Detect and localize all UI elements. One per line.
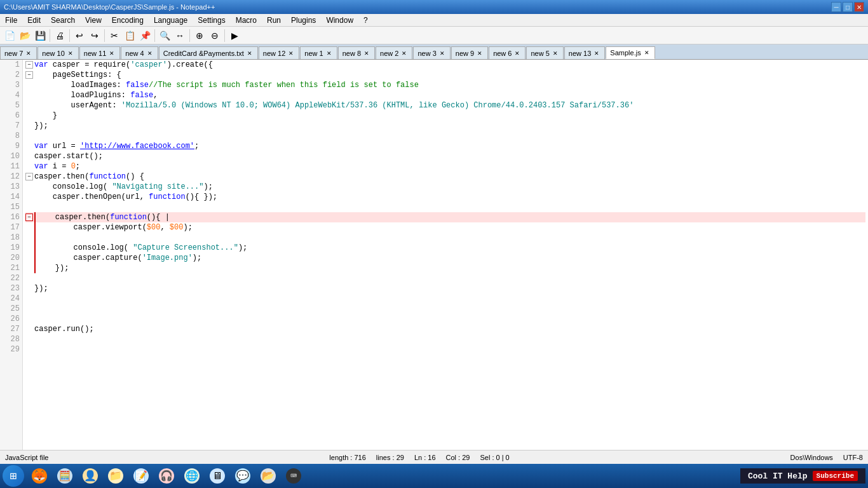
tab-close-icon[interactable]: ✕	[146, 50, 154, 57]
code-line-24	[25, 294, 865, 304]
line-number-12: 12	[3, 172, 20, 182]
remote-taskbar-icon[interactable]: 🖥	[206, 466, 229, 486]
length-label: length : 716	[329, 454, 366, 461]
tab-new-11[interactable]: new 11✕	[79, 46, 120, 59]
code-token: ,	[153, 90, 158, 100]
code-line-25	[25, 304, 865, 314]
menu-item-encoding[interactable]: Encoding	[107, 14, 149, 26]
calculator-taskbar-icon[interactable]: 🧮	[53, 466, 76, 486]
tab-creditcard--payments-txt[interactable]: CreditCard &Payments.txt✕	[159, 46, 258, 59]
menu-item-plugins[interactable]: Plugins	[286, 14, 321, 26]
tab-label: new 9	[456, 50, 474, 57]
tabbar: new 7✕new 10✕new 11✕new 4✕CreditCard &Pa…	[0, 44, 868, 60]
menu-item-?[interactable]: ?	[358, 14, 373, 26]
cut-button[interactable]: ✂	[107, 29, 121, 43]
line-number-6: 6	[3, 111, 20, 121]
restore-button[interactable]: □	[843, 2, 853, 12]
fold-marker-2[interactable]: −	[25, 71, 33, 79]
tab-close-icon[interactable]: ✕	[246, 50, 254, 57]
menu-item-window[interactable]: Window	[321, 14, 358, 26]
titlebar-controls[interactable]: ─ □ ✕	[831, 2, 864, 12]
tab-close-icon[interactable]: ✕	[363, 50, 370, 57]
tab-close-icon[interactable]: ✕	[593, 50, 600, 57]
tab-close-icon[interactable]: ✕	[643, 49, 651, 57]
code-line-5: userAgent: 'Mozilla/5.0 (Windows NT 10.0…	[25, 100, 865, 111]
code-line-29	[25, 344, 865, 355]
tab-new-2[interactable]: new 2✕	[376, 46, 412, 59]
minimize-button[interactable]: ─	[831, 2, 841, 12]
notepad-taskbar-icon[interactable]: 📝	[130, 466, 153, 486]
headphones-taskbar-icon[interactable]: 🎧	[155, 466, 178, 486]
code-line-11: var i = 0;	[25, 161, 865, 172]
menu-item-search[interactable]: Search	[46, 14, 80, 26]
line-number-18: 18	[3, 233, 20, 243]
contacts-taskbar-icon[interactable]: 👤	[79, 466, 102, 486]
tab-sample-js[interactable]: Sample.js✕	[606, 46, 654, 59]
fold-marker-1[interactable]: −	[25, 61, 33, 69]
explorer-taskbar-icon[interactable]: 📁	[104, 466, 127, 486]
copy-button[interactable]: 📋	[123, 29, 137, 43]
line-ending-label: Dos\Windows	[790, 454, 833, 461]
redo-button[interactable]: ↪	[88, 29, 102, 43]
tab-new-13[interactable]: new 13✕	[564, 46, 605, 59]
print-button[interactable]: 🖨	[53, 29, 67, 43]
fold-line-indicator-16	[34, 212, 36, 222]
menu-item-language[interactable]: Language	[149, 14, 193, 26]
start-button[interactable]: ⊞	[3, 465, 24, 487]
tab-new-8[interactable]: new 8✕	[338, 46, 375, 59]
code-area[interactable]: −var casper = require('casper').create({…	[23, 60, 868, 450]
menu-item-macro[interactable]: Macro	[231, 14, 262, 26]
tab-new-6[interactable]: new 6✕	[489, 46, 526, 59]
tab-close-icon[interactable]: ✕	[438, 50, 446, 57]
code-token: pageSettings: {	[34, 70, 121, 80]
skype-taskbar-icon[interactable]: 💬	[231, 466, 254, 486]
code-line-16: − casper.then(function(){ |	[25, 212, 865, 222]
subscribe-button[interactable]: Subscribe	[813, 471, 858, 481]
new-button[interactable]: 📄	[3, 29, 17, 43]
tab-close-icon[interactable]: ✕	[325, 50, 333, 57]
firefox-taskbar-icon[interactable]: 🦊	[28, 466, 51, 486]
fold-marker-12[interactable]: −	[25, 173, 33, 180]
save-button[interactable]: 💾	[33, 29, 47, 43]
code-line-22	[25, 273, 865, 283]
tab-close-icon[interactable]: ✕	[108, 50, 116, 57]
menu-item-edit[interactable]: Edit	[22, 14, 46, 26]
tab-label: new 12	[263, 50, 285, 57]
menu-item-run[interactable]: Run	[262, 14, 286, 26]
chrome-taskbar-icon[interactable]: 🌐	[180, 466, 203, 486]
menu-item-settings[interactable]: Settings	[193, 14, 230, 26]
code-line-26	[25, 314, 865, 324]
menu-item-file[interactable]: File	[0, 14, 22, 26]
tab-new-3[interactable]: new 3✕	[413, 46, 450, 59]
zoom-in-button[interactable]: ⊕	[193, 29, 207, 43]
terminal-taskbar-icon[interactable]: ⌨	[282, 466, 305, 486]
tab-new-1[interactable]: new 1✕	[300, 46, 337, 59]
open-button[interactable]: 📂	[18, 29, 32, 43]
tab-new-9[interactable]: new 9✕	[451, 46, 488, 59]
tab-close-icon[interactable]: ✕	[25, 50, 32, 57]
find-button[interactable]: 🔍	[158, 29, 172, 43]
tab-close-icon[interactable]: ✕	[67, 50, 74, 57]
tab-new-12[interactable]: new 12✕	[259, 46, 299, 59]
tab-new-7[interactable]: new 7✕	[0, 46, 37, 59]
line-number-16: 16	[3, 212, 20, 222]
fold-marker-16[interactable]: −	[25, 214, 33, 221]
tab-close-icon[interactable]: ✕	[513, 50, 521, 57]
close-button[interactable]: ✕	[854, 2, 864, 12]
paste-button[interactable]: 📌	[138, 29, 152, 43]
tab-close-icon[interactable]: ✕	[476, 50, 484, 57]
tab-close-icon[interactable]: ✕	[287, 50, 295, 57]
tab-close-icon[interactable]: ✕	[552, 50, 559, 57]
zoom-out-button[interactable]: ⊖	[208, 29, 222, 43]
replace-button[interactable]: ↔	[173, 29, 187, 43]
undo-button[interactable]: ↩	[72, 29, 86, 43]
tab-close-icon[interactable]: ✕	[400, 50, 408, 57]
tab-new-10[interactable]: new 10✕	[37, 46, 78, 59]
menu-item-view[interactable]: View	[80, 14, 107, 26]
tab-label: new 6	[493, 50, 512, 57]
tab-new-4[interactable]: new 4✕	[121, 46, 158, 59]
folder-taskbar-icon[interactable]: 📂	[257, 466, 280, 486]
code-token: casper.then(	[37, 212, 110, 222]
run-button[interactable]: ▶	[227, 29, 241, 43]
tab-new-5[interactable]: new 5✕	[526, 46, 563, 59]
